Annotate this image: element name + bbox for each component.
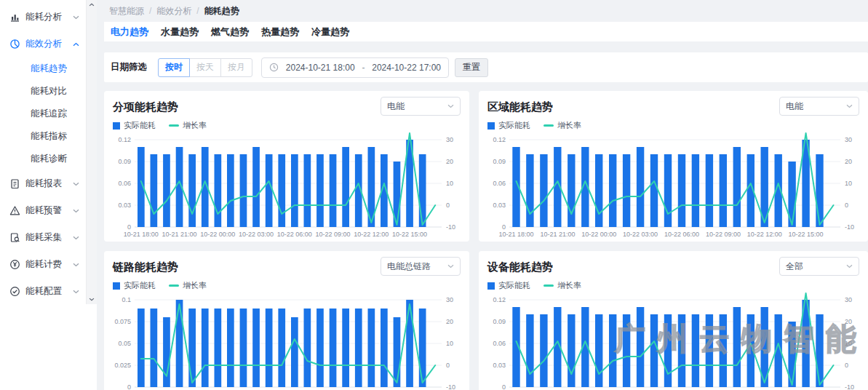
svg-text:0.05: 0.05 (118, 340, 131, 347)
svg-text:10-22 06:00: 10-22 06:00 (664, 231, 699, 238)
bar-line-chart[interactable]: 00.0250.050.0750.1-10010203010-21 18:001… (113, 292, 461, 390)
svg-text:10-22 12:00: 10-22 12:00 (354, 231, 389, 238)
scroll-down-button[interactable] (89, 298, 95, 301)
date-filter-bar: 日期筛选 按时 按天 按月 2024-10-21 18:00 - 2024-10… (104, 52, 868, 82)
line-legend-marker (169, 284, 179, 287)
link-select[interactable]: 电能总链路 (381, 257, 461, 276)
sidebar-subitem-energy-trace[interactable]: 能耗追踪 (0, 103, 86, 125)
breadcrumb-separator: / (196, 6, 199, 16)
sidebar-subitem-label: 能耗追踪 (31, 108, 67, 120)
svg-text:0.03: 0.03 (493, 362, 506, 369)
svg-text:0.09: 0.09 (493, 158, 506, 165)
granularity-day-button[interactable]: 按天 (189, 58, 221, 77)
sidebar-subitem-energy-diagnosis[interactable]: 能耗诊断 (0, 148, 86, 170)
energy-type-select[interactable]: 电能 (381, 97, 461, 116)
chart-title: 链路能耗趋势 (113, 257, 178, 274)
sidebar-item-energy-report[interactable]: 能耗报表 (0, 170, 86, 197)
sidebar-item-label: 能耗配置 (25, 285, 62, 298)
chevron-down-icon (73, 263, 79, 267)
bar-line-chart[interactable]: 00.030.060.090.12-10010203010-21 18:0010… (487, 132, 859, 239)
svg-text:10-21 18:00: 10-21 18:00 (498, 231, 533, 238)
bar-legend-marker (113, 282, 120, 290)
bar-legend-marker (487, 282, 495, 290)
chevron-up-icon (73, 42, 79, 47)
sidebar-subitem-energy-kpi[interactable]: 能耗指标 (0, 125, 86, 148)
legend-item-actual-energy[interactable]: 实际能耗 (113, 280, 156, 291)
legend-item-actual-energy[interactable]: 实际能耗 (113, 120, 156, 131)
svg-text:0: 0 (502, 223, 506, 231)
tab-cooling-trend[interactable]: 冷量趋势 (311, 25, 349, 39)
date-range-picker[interactable]: 2024-10-21 18:00 - 2024-10-22 17:00 (261, 57, 449, 78)
svg-text:-10: -10 (845, 383, 854, 390)
granularity-button-group: 按时 按天 按月 (158, 58, 252, 77)
svg-text:10-22 03:00: 10-22 03:00 (623, 231, 658, 238)
breadcrumb-item-efficiency-analysis[interactable]: 能效分析 (156, 5, 191, 17)
svg-text:10-22 06:00: 10-22 06:00 (277, 231, 312, 238)
yen-circle-icon (9, 259, 20, 270)
chart-legend: 实际能耗 增长率 (113, 280, 461, 291)
sidebar-item-energy-config[interactable]: 能耗配置 (0, 278, 86, 305)
chart-card-link-energy-trend: 链路能耗趋势 电能总链路 实际能耗 增长率 00.0250.050.0750.1… (104, 251, 469, 390)
clock-icon (269, 63, 279, 72)
sidebar-item-label: 能耗采集 (25, 231, 62, 244)
svg-text:30: 30 (845, 296, 852, 303)
tab-water-trend[interactable]: 水量趋势 (161, 25, 199, 39)
svg-text:0.075: 0.075 (114, 318, 131, 325)
svg-text:0.03: 0.03 (118, 202, 131, 209)
legend-item-actual-energy[interactable]: 实际能耗 (487, 280, 530, 291)
bar-line-chart[interactable]: 00.030.060.090.12-10010203010-21 18:0010… (113, 132, 461, 239)
pie-chart-icon (9, 39, 20, 49)
sidebar-item-energy-collect[interactable]: 能耗采集 (0, 224, 86, 251)
check-circle-icon (9, 286, 20, 297)
svg-text:10-22 09:00: 10-22 09:00 (706, 231, 741, 238)
sidebar-item-energy-billing[interactable]: 能耗计费 (0, 251, 86, 278)
legend-item-growth-rate[interactable]: 增长率 (169, 280, 207, 291)
svg-text:-10: -10 (446, 223, 455, 231)
svg-text:10: 10 (446, 180, 453, 187)
chevron-down-icon (846, 264, 853, 268)
svg-text:0: 0 (845, 202, 848, 209)
sidebar-scrollbar[interactable] (86, 0, 97, 304)
select-value: 电能总链路 (387, 260, 431, 273)
bar-line-chart[interactable]: 00.030.060.090.12-10010203010-21 18:0010… (487, 292, 859, 390)
energy-type-select[interactable]: 电能 (779, 97, 859, 116)
chevron-down-icon (73, 290, 79, 294)
legend-item-growth-rate[interactable]: 增长率 (544, 120, 581, 131)
sidebar-item-energy-alert[interactable]: 能耗预警 (0, 197, 86, 224)
sidebar: 能耗分析 能效分析 能耗趋势 能耗对比 能耗追踪 能耗指标 能耗诊断 (0, 0, 86, 390)
date-range-start: 2024-10-21 18:00 (286, 63, 355, 73)
tab-heat-trend[interactable]: 热量趋势 (261, 25, 299, 39)
date-filter-label: 日期筛选 (111, 61, 147, 73)
svg-text:0.12: 0.12 (493, 296, 506, 303)
bar-chart-icon (9, 12, 20, 23)
sidebar-subitem-label: 能耗趋势 (31, 63, 67, 75)
sidebar-subitem-energy-compare[interactable]: 能耗对比 (0, 80, 86, 103)
sidebar-subitem-energy-trend[interactable]: 能耗趋势 (0, 57, 86, 80)
legend-item-growth-rate[interactable]: 增长率 (169, 120, 207, 131)
chart-legend: 实际能耗 增长率 (113, 120, 461, 131)
svg-text:30: 30 (845, 136, 852, 143)
granularity-hour-button[interactable]: 按时 (158, 58, 190, 77)
svg-text:30: 30 (446, 296, 453, 303)
chevron-down-icon (447, 264, 454, 268)
device-select[interactable]: 全部 (779, 257, 859, 276)
svg-text:-10: -10 (845, 223, 854, 231)
svg-text:0.12: 0.12 (118, 136, 131, 143)
sidebar-item-efficiency-analysis[interactable]: 能效分析 (0, 31, 86, 57)
date-range-end: 2024-10-22 17:00 (372, 63, 441, 73)
tab-electric-trend[interactable]: 电力趋势 (111, 25, 148, 39)
bar-legend-marker (113, 122, 120, 130)
trend-tabbar: 电力趋势 水量趋势 燃气趋势 热量趋势 冷量趋势 (104, 22, 868, 41)
scroll-up-button[interactable] (89, 3, 95, 7)
sidebar-item-energy-analysis[interactable]: 能耗分析 (0, 4, 86, 31)
breadcrumb-item-smart-energy[interactable]: 智慧能源 (109, 5, 144, 17)
svg-text:10: 10 (446, 340, 453, 347)
chart-card-subitem-energy-trend: 分项能耗趋势 电能 实际能耗 增长率 00.030.060.090.12-100… (104, 91, 469, 242)
sidebar-item-label: 能耗分析 (25, 11, 62, 23)
tab-gas-trend[interactable]: 燃气趋势 (211, 25, 249, 39)
chevron-down-icon (73, 209, 79, 213)
legend-item-growth-rate[interactable]: 增长率 (544, 280, 581, 291)
granularity-month-button[interactable]: 按月 (220, 58, 252, 77)
reset-button[interactable]: 重置 (455, 58, 488, 77)
legend-item-actual-energy[interactable]: 实际能耗 (487, 120, 530, 131)
